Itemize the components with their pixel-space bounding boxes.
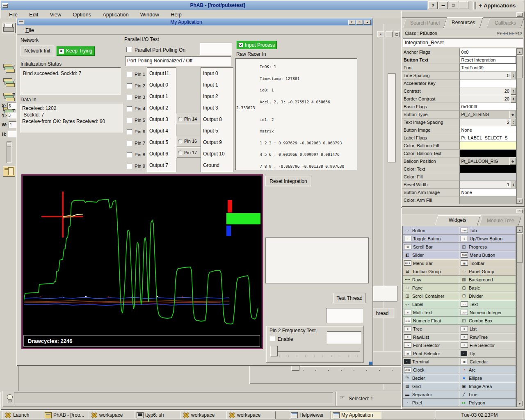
color-swatch[interactable] [460,150,516,158]
pin2-slider-handle[interactable] [270,346,278,356]
scroll-up-icon[interactable]: ▲ [517,227,523,233]
widget-item-menu-button[interactable]: FILEMenu Button [459,251,516,259]
raw-racer-area[interactable]: InOK: 1 Timestamp: 127801 id0: 1 Accl, 2… [235,58,357,170]
shelf-grip[interactable] [473,2,476,9]
color-swatch[interactable] [460,196,516,204]
spinner-icon[interactable]: ▲▼ [511,95,516,103]
close-button[interactable]: ■ [364,20,371,25]
next-class-icon[interactable]: ▶▶ [509,31,515,35]
lower-widget-icon[interactable]: ↓ [3,78,15,89]
reset-integration-button[interactable]: Reset Integration [265,176,311,186]
widget-item-tab[interactable]: TABTab [459,226,516,235]
pin-9-checkbox[interactable] [127,164,132,169]
taskbar-item-launch[interactable]: Launch [2,411,45,419]
pin-2-checkbox[interactable] [127,83,132,89]
pin-5-checkbox[interactable] [127,118,132,123]
menu-file[interactable]: File [3,11,23,18]
property-value[interactable]: None [460,126,516,134]
widget-item-scroll-bar[interactable]: ▤Scroll Bar [403,243,459,251]
collapse-button[interactable]: ▼ [348,20,355,25]
scroll-down-icon[interactable]: ▼ [517,401,523,406]
color-swatch[interactable] [460,173,516,181]
widget-item-toolbar-group[interactable]: ⊟Toolbar Group [403,267,459,276]
scroll-down-icon[interactable]: ▼ [517,198,523,204]
zoom-button[interactable]: □ [356,20,363,25]
polling-checkbox[interactable] [126,47,132,52]
widget-item-ellipse[interactable]: ●Ellipse [459,374,516,382]
property-value[interactable]: 1▲▼ [460,181,516,189]
widget-item-bezier[interactable]: ↷Bezier [403,374,459,382]
tab-callbacks[interactable]: Callbacks [486,18,524,28]
tab-resources[interactable]: Resources [444,17,483,28]
plot-canvas[interactable]: Drawcycles: 2246 [23,176,262,348]
window-menu-icon[interactable] [2,3,8,8]
widget-item-background[interactable]: ▨Background [459,276,516,284]
app-titlebar[interactable]: My Application ▼ □ ■ [17,18,372,25]
widget-item-pixel[interactable]: ·Pixel [403,399,459,407]
widget-item-scroll-container[interactable]: ◫Scroll Container [403,292,459,300]
background-minimize-button[interactable]: ▼ [377,31,384,37]
widget-item-menu-bar[interactable]: FILEMenu Bar [403,259,459,267]
panel-menu-button[interactable]: □ [516,209,523,213]
pin-7-checkbox[interactable] [127,141,132,146]
widget-item-print-selector[interactable]: ▤Print Selector [403,349,459,358]
thread-result-field[interactable] [326,308,363,323]
resources-titlebar[interactable]: □ [402,11,524,18]
tab-module-tree[interactable]: Module Tree [479,216,522,226]
tab-search-panel[interactable]: Search Panel [403,18,447,28]
background-close-button[interactable]: ▢ [394,31,400,37]
taskbar-item-workspace[interactable]: workspace [180,411,230,419]
property-value[interactable]: 0x0 [460,48,516,56]
property-value[interactable]: Pt_LABEL_SELECT_S [460,134,516,142]
property-value[interactable]: 2▲▼ [460,119,516,126]
raise-widget-icon[interactable]: ↑ [3,64,15,74]
menu-window[interactable]: Window [135,11,165,18]
help-button[interactable]: ? [428,1,438,9]
polling-status-field[interactable]: Port Polling Nonintialized / Off [125,56,231,66]
widget-item-text[interactable]: ▭Text [459,300,516,308]
pin-16-radio[interactable]: Pin 16 [176,136,203,146]
widget-item-terminal[interactable]: ›_Terminal [403,358,459,366]
menu-edit[interactable]: Edit [23,11,44,18]
widgets-titlebar[interactable]: □ [402,208,524,214]
spinner-icon[interactable]: ▲▼ [511,72,516,79]
property-value[interactable]: 20▲▼ [460,95,516,103]
pin2-slider-track[interactable] [278,351,360,352]
widget-item-arc[interactable]: ◔Arc [459,366,516,374]
widget-item-divider[interactable]: ⊟Divider [459,292,516,300]
spinner-icon[interactable]: ▲▼ [511,119,516,126]
widget-item-tree[interactable]: ≡Tree [403,325,459,333]
restore-button[interactable] [459,1,468,9]
widget-item-label[interactable]: qnxLabel [403,300,459,308]
property-value[interactable]: None [460,189,516,196]
pin-1-checkbox[interactable] [127,72,132,77]
minimize-button[interactable]: ▬︎ [438,1,448,9]
resize-grip[interactable] [369,361,372,365]
widget-item-button[interactable]: ▭Button [403,226,459,235]
widget-item-tty[interactable]: ›_Tty [459,349,516,358]
pin-14-radio[interactable]: Pin 14 [176,114,203,124]
dropdown-arrow-icon[interactable]: ◆ [509,111,516,118]
widget-item-basic[interactable]: ▢Basic [459,284,516,292]
property-value[interactable]: 20▲▼ [460,87,516,95]
pin2-frequency-field[interactable] [327,331,361,344]
widget-item-rawlist[interactable]: ≡RawList [403,333,459,341]
menu-application[interactable]: Application [97,11,135,18]
zoom-slider[interactable] [7,142,11,163]
widget-item-toolbar[interactable]: ▦Toolbar [459,259,516,267]
taskbar-item-ttyp6-sh[interactable]: ttyp6: sh [135,411,184,419]
widget-item-pane[interactable]: □Pane [403,284,459,292]
widget-item-panel-group[interactable]: ▱Panel Group [459,267,516,276]
taskbar-item-phab-roo-[interactable]: PhAB - [/roo... [43,411,92,419]
property-value[interactable]: Pt_Z_STRING◆ [460,111,516,119]
print-icon[interactable] [2,23,16,33]
spinner-icon[interactable]: ▲▼ [511,181,516,188]
color-swatch[interactable] [460,165,516,173]
instance-name-field[interactable]: Integration_Reset [403,38,523,47]
taskbar-item-helpviewer[interactable]: Helpviewer [289,411,334,419]
menu-view[interactable]: View [44,11,67,18]
widget-item-numeric-float[interactable]: 1.12Numeric Float [403,317,459,325]
pin-4-checkbox[interactable] [127,106,132,112]
scroll-thumb[interactable] [517,233,523,263]
property-value[interactable]: TextFont09 [460,64,516,72]
